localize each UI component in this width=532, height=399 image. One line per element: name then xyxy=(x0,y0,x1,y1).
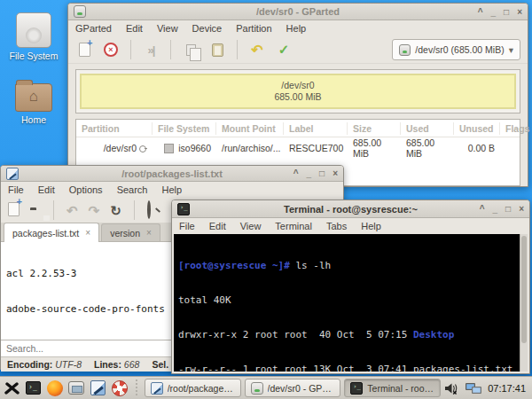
row-mount-point: /run/archiso/... xyxy=(222,143,281,153)
maximize-button[interactable]: □ xyxy=(505,201,511,216)
tab-close-icon[interactable]: × xyxy=(146,228,152,238)
menu-file[interactable]: File xyxy=(8,184,24,195)
menu-options[interactable]: Options xyxy=(69,184,103,195)
desktop-icon-file-system[interactable]: File System xyxy=(2,12,66,61)
mousepad-launcher-icon[interactable] xyxy=(90,379,107,398)
row-unused: 0.00 B xyxy=(468,143,495,153)
terminal-app-icon xyxy=(350,382,363,395)
desktop-icon-home[interactable]: Home xyxy=(2,80,66,125)
encoding-label: Encoding: xyxy=(7,359,52,370)
redo-icon[interactable]: ↷ xyxy=(89,204,100,217)
shade-button[interactable]: ^ xyxy=(293,166,299,181)
menu-terminal[interactable]: Terminal xyxy=(275,221,312,231)
lines-value: 668 xyxy=(124,359,140,370)
tab-version[interactable]: version × xyxy=(101,223,160,241)
menu-search[interactable]: Search xyxy=(117,184,148,195)
gparted-titlebar[interactable]: /dev/sr0 - GParted ^ _ □ × xyxy=(68,4,528,20)
device-selector-label: /dev/sr0 (685.00 MiB) xyxy=(415,44,504,55)
menu-help[interactable]: Help xyxy=(361,221,381,231)
volume-muted-icon[interactable] xyxy=(444,381,459,395)
close-button[interactable]: × xyxy=(332,166,338,181)
menu-file[interactable]: File xyxy=(179,221,195,231)
encoding-value: UTF-8 xyxy=(55,359,82,370)
row-filesystem: iso9660 xyxy=(178,143,211,153)
applications-menu-icon[interactable] xyxy=(3,379,20,398)
paste-button[interactable] xyxy=(208,41,226,59)
col-label: Label xyxy=(284,122,348,135)
toolbar-separator xyxy=(53,200,54,220)
filesystem-color-swatch xyxy=(164,144,174,153)
menu-edit[interactable]: Edit xyxy=(38,184,55,195)
device-selector-dropdown[interactable]: /dev/sr0 (685.00 MiB) ▾ xyxy=(392,39,520,60)
toolbar-separator xyxy=(237,40,238,59)
tab-close-icon[interactable]: × xyxy=(85,228,90,238)
scrollbar-thumb[interactable] xyxy=(521,236,527,343)
toolbar-separator xyxy=(130,40,131,59)
toolbar-separator xyxy=(134,200,135,220)
minimize-button[interactable]: _ xyxy=(493,201,498,216)
terminal-launcher-icon[interactable] xyxy=(24,379,42,398)
terminal-scrollbar[interactable] xyxy=(520,234,528,372)
menu-partition[interactable]: Partition xyxy=(236,23,271,34)
menu-help[interactable]: Help xyxy=(161,184,182,195)
gparted-app-icon xyxy=(251,382,263,395)
terminal-window-title: Terminal - root@sysrescue:~ xyxy=(172,204,529,215)
menu-help[interactable]: Help xyxy=(286,23,307,34)
menu-edit[interactable]: Edit xyxy=(209,221,226,231)
close-button[interactable]: × xyxy=(517,4,522,20)
minimize-button[interactable]: _ xyxy=(491,4,497,20)
minimize-button[interactable]: _ xyxy=(307,166,312,181)
delete-partition-button[interactable]: × xyxy=(102,41,120,59)
menu-edit[interactable]: Edit xyxy=(126,23,143,34)
taskbar-button-terminal[interactable]: Terminal - root@s... xyxy=(344,379,441,397)
partition-size: 685.00 MiB xyxy=(274,91,321,103)
gparted-launcher-icon[interactable] xyxy=(67,379,85,398)
maximize-button[interactable]: □ xyxy=(504,4,509,20)
menu-gparted[interactable]: GParted xyxy=(75,23,112,34)
taskbar-button-gparted[interactable]: /dev/sr0 - GParted xyxy=(245,379,341,397)
table-row[interactable]: /dev/sr0 iso9660 /run/archiso/... RESCUE… xyxy=(76,137,520,159)
new-document-icon[interactable] xyxy=(8,202,20,218)
col-partition: Partition xyxy=(76,122,153,135)
network-icon[interactable] xyxy=(465,381,482,395)
maximize-button[interactable]: □ xyxy=(319,166,325,181)
terminal-screen[interactable]: [root@sysrescue ~]# ls -lh total 40K drw… xyxy=(174,234,520,372)
taskbar-button-label: /root/packages-lis... xyxy=(168,383,235,394)
tab-packages-list[interactable]: packages-list.txt × xyxy=(4,223,99,242)
terminal-titlebar[interactable]: Terminal - root@sysrescue:~ ^ _ □ × xyxy=(172,200,529,218)
undo-icon[interactable]: ↶ xyxy=(66,204,78,217)
col-mount-point: Mount Point xyxy=(216,122,284,135)
col-file-system: File System xyxy=(153,122,216,135)
partition-block-sr0[interactable]: /dev/sr0 685.00 MiB xyxy=(80,74,516,109)
close-button[interactable]: × xyxy=(519,201,524,216)
menu-view[interactable]: View xyxy=(157,23,178,34)
partition-device: /dev/sr0 xyxy=(281,80,314,91)
desktop-icon-label: File System xyxy=(2,51,66,61)
menu-device[interactable]: Device xyxy=(192,23,223,34)
menu-tabs[interactable]: Tabs xyxy=(326,221,347,231)
row-label: RESCUE700 xyxy=(289,143,343,153)
copy-button[interactable] xyxy=(182,41,200,59)
resize-move-button[interactable]: »| xyxy=(142,41,160,59)
row-used: 685.00 MiB xyxy=(406,137,449,159)
menu-view[interactable]: View xyxy=(240,221,262,231)
taskbar: /root/packages-lis... /dev/sr0 - GParted… xyxy=(0,376,532,399)
editor-titlebar[interactable]: /root/packages-list.txt ^ _ □ × xyxy=(1,166,343,182)
undo-button[interactable]: ↶ xyxy=(248,41,266,59)
terminal-line: drwxr-xr-x 2 root root 40 Oct 5 07:15 De… xyxy=(178,329,515,340)
apply-button[interactable]: ✓ xyxy=(275,41,293,59)
col-unused: Unused xyxy=(454,122,500,135)
shade-button[interactable]: ^ xyxy=(478,4,483,20)
taskbar-clock[interactable]: 07:17:41 xyxy=(488,383,526,394)
terminal-line: [root@sysrescue ~]# ls -lh xyxy=(178,260,515,271)
new-partition-button[interactable] xyxy=(75,41,93,59)
reload-icon[interactable]: ↻ xyxy=(110,204,121,217)
home-folder-icon xyxy=(15,83,52,112)
taskbar-button-label: Terminal - root@s... xyxy=(367,383,434,394)
help-lifebuoy-icon[interactable] xyxy=(111,379,129,398)
shade-button[interactable]: ^ xyxy=(480,201,485,216)
taskbar-button-editor[interactable]: /root/packages-lis... xyxy=(145,379,241,397)
firefox-icon[interactable] xyxy=(46,379,64,398)
search-icon[interactable] xyxy=(147,202,151,218)
terminal-line: -rw-r--r-- 1 root root 13K Oct 3 07:41 p… xyxy=(178,364,515,372)
